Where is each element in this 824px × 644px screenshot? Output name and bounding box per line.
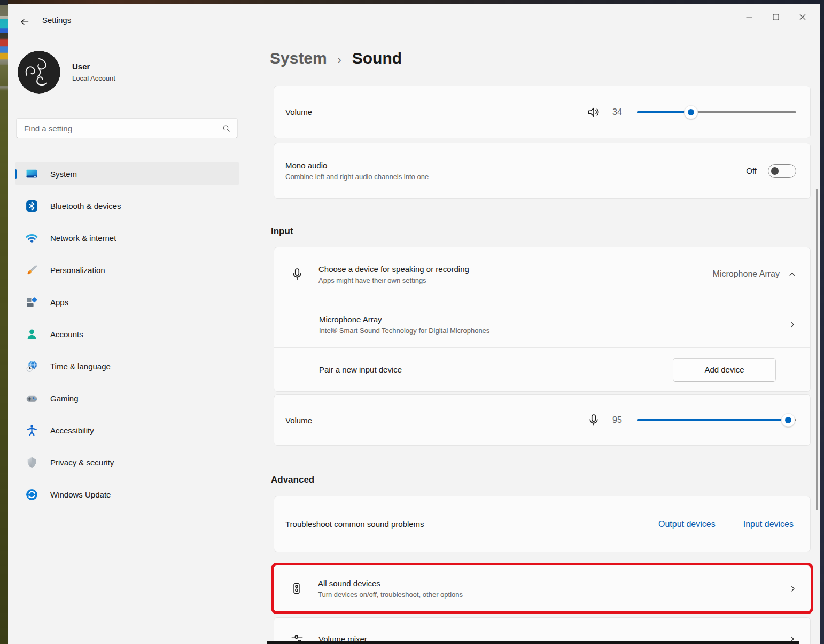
wifi-icon — [25, 231, 38, 245]
sidebar-item-label: Bluetooth & devices — [50, 201, 121, 211]
input-volume-slider[interactable] — [637, 413, 796, 428]
mono-audio-card: Mono audio Combine left and right audio … — [274, 143, 811, 199]
input-section-header: Input — [271, 226, 293, 237]
sidebar-item-label: Personalization — [50, 266, 105, 275]
output-volume-value: 34 — [612, 107, 632, 117]
desktop-top-edge — [0, 0, 824, 4]
sidebar-item-apps[interactable]: Apps — [15, 290, 239, 314]
all-sound-devices-title: All sound devices — [318, 579, 789, 588]
back-button[interactable] — [15, 14, 34, 30]
sidebar-item-label: Time & language — [50, 362, 111, 371]
close-icon — [799, 13, 806, 21]
choose-device-subtitle: Apps might have their own settings — [318, 276, 713, 284]
desktop-right-edge — [820, 0, 824, 644]
sidebar-item-label: Accessibility — [50, 426, 94, 435]
output-volume-label: Volume — [285, 107, 587, 117]
sidebar-item-label: Windows Update — [50, 490, 111, 499]
sidebar-item-personalization[interactable]: Personalization — [15, 258, 239, 282]
sidebar-item-label: Network & internet — [50, 234, 116, 243]
input-volume-card: Volume 95 — [274, 394, 811, 446]
input-device-selector-row[interactable]: Choose a device for speaking or recordin… — [274, 247, 810, 301]
output-volume-card: Volume 34 — [274, 86, 811, 138]
account-type: Local Account — [72, 74, 115, 82]
sidebar: User Local Account — [8, 34, 255, 644]
microphone-array-row[interactable]: Microphone Array Intel® Smart Sound Tech… — [274, 301, 810, 347]
slider-thumb[interactable] — [781, 413, 795, 427]
output-volume-control: 34 — [587, 105, 796, 120]
breadcrumb: System › Sound — [270, 49, 402, 67]
chevron-up-icon[interactable] — [788, 270, 796, 278]
search-box[interactable] — [16, 118, 238, 138]
output-volume-slider[interactable] — [637, 105, 796, 120]
input-volume-label: Volume — [285, 416, 587, 425]
mono-audio-toggle[interactable] — [768, 164, 796, 178]
close-button[interactable] — [789, 6, 816, 28]
app-title: Settings — [42, 15, 71, 25]
troubleshoot-links: Output devices Input devices — [658, 519, 794, 529]
mono-audio-state: Off — [746, 166, 757, 175]
speaker-box-icon — [290, 581, 304, 595]
maximize-button[interactable] — [763, 6, 789, 28]
breadcrumb-parent[interactable]: System — [270, 49, 327, 67]
accessibility-person-icon — [25, 424, 38, 437]
sidebar-item-label: System — [50, 169, 77, 179]
sidebar-item-system[interactable]: System — [15, 162, 239, 185]
input-devices-link[interactable]: Input devices — [743, 519, 794, 529]
minimize-button[interactable] — [736, 6, 763, 28]
sidebar-item-label: Privacy & security — [50, 458, 114, 467]
sidebar-item-accessibility[interactable]: Accessibility — [15, 418, 239, 442]
selected-input-device: Microphone Array — [713, 269, 780, 279]
settings-nav: System Bluetooth & devices — [15, 162, 239, 515]
troubleshoot-label: Troubleshoot common sound problems — [285, 519, 658, 529]
input-group-card: Choose a device for speaking or recordin… — [274, 247, 811, 392]
sidebar-item-privacy-security[interactable]: Privacy & security — [15, 451, 239, 474]
input-volume-control: 95 — [587, 413, 796, 428]
pair-device-label: Pair a new input device — [319, 365, 673, 374]
output-devices-link[interactable]: Output devices — [658, 519, 716, 529]
speaker-icon[interactable] — [587, 105, 601, 119]
page-title: Sound — [352, 49, 402, 67]
maximize-icon — [772, 13, 780, 21]
microphone-icon — [290, 267, 304, 281]
apps-icon — [25, 296, 38, 309]
add-device-button[interactable]: Add device — [673, 358, 776, 382]
account-card[interactable]: User Local Account — [18, 51, 115, 94]
bluetooth-icon — [25, 199, 38, 213]
gamepad-icon — [25, 392, 38, 405]
input-volume-value: 95 — [612, 415, 632, 425]
window-behind-bottom-edge — [267, 641, 799, 644]
sidebar-item-network-internet[interactable]: Network & internet — [15, 226, 239, 250]
user-avatar — [18, 51, 60, 94]
chevron-right-icon — [788, 321, 796, 329]
volume-mixer-card: Volume mixer — [274, 617, 811, 644]
main-content: System › Sound Volume 34 — [262, 34, 820, 644]
titlebar: Settings — [8, 4, 820, 34]
scrollbar[interactable] — [816, 189, 818, 510]
mono-audio-toggle-group: Off — [746, 164, 796, 178]
search-input[interactable] — [24, 124, 222, 133]
sidebar-item-accounts[interactable]: Accounts — [15, 322, 239, 346]
sidebar-item-gaming[interactable]: Gaming — [15, 386, 239, 410]
all-sound-devices-row[interactable]: All sound devices Turn devices on/off, t… — [274, 565, 811, 611]
slider-fill — [637, 111, 691, 113]
choose-device-title: Choose a device for speaking or recordin… — [318, 265, 713, 274]
person-icon — [25, 328, 38, 341]
advanced-section-header: Advanced — [271, 475, 314, 485]
annotation-highlight-box: All sound devices Turn devices on/off, t… — [271, 563, 813, 614]
mono-audio-subtitle: Combine left and right audio channels in… — [285, 173, 746, 181]
slider-thumb[interactable] — [684, 105, 698, 119]
window-controls — [736, 6, 816, 28]
sidebar-item-time-language[interactable]: Time & language — [15, 354, 239, 378]
chevron-right-icon — [789, 585, 797, 593]
account-text: User Local Account — [72, 62, 115, 82]
pair-input-device-row: Pair a new input device Add device — [274, 347, 810, 391]
microphone-small-icon[interactable] — [587, 413, 601, 427]
search-icon — [222, 124, 231, 133]
volume-mixer-row[interactable]: Volume mixer — [274, 618, 810, 644]
desktop-left-edge — [0, 0, 8, 644]
sidebar-item-bluetooth-devices[interactable]: Bluetooth & devices — [15, 194, 239, 218]
sidebar-item-windows-update[interactable]: Windows Update — [15, 483, 239, 506]
update-icon — [25, 488, 38, 501]
settings-window: Settings — [8, 4, 820, 644]
breadcrumb-separator: › — [338, 53, 341, 66]
